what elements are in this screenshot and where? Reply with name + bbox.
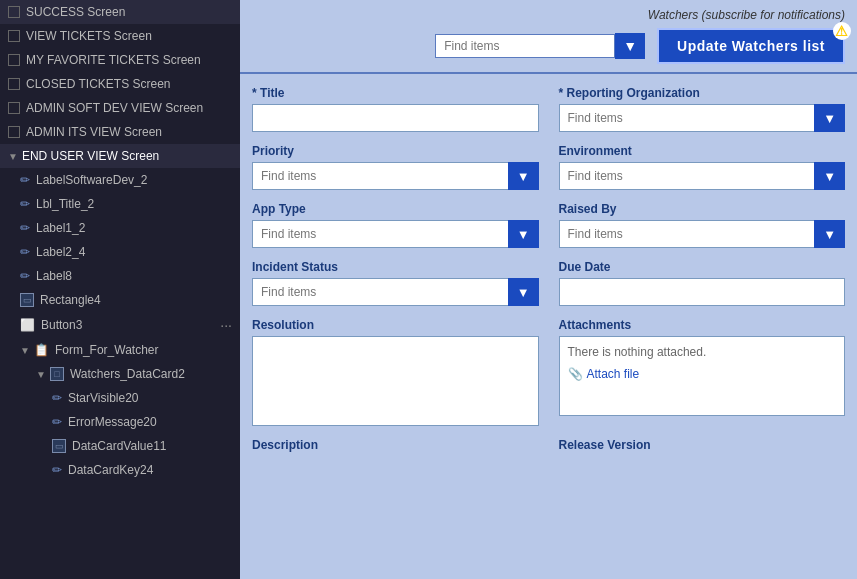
sidebar-item-watchers-datacard[interactable]: ▼ □ Watchers_DataCard2 [0, 362, 240, 386]
watchers-label: Watchers (subscribe for notifications) [648, 8, 845, 22]
raised-by-input[interactable] [559, 220, 815, 248]
form-grid: Title Reporting Organization ▼ Priority … [252, 86, 845, 452]
sidebar-item-label: LabelSoftwareDev_2 [36, 173, 147, 187]
update-watchers-button[interactable]: Update Watchers list [657, 28, 845, 64]
app-type-select-row: ▼ [252, 220, 539, 248]
environment-dropdown-btn[interactable]: ▼ [814, 162, 845, 190]
title-field-group: Title [252, 86, 539, 132]
raised-by-select-row: ▼ [559, 220, 846, 248]
checkbox-icon [8, 102, 20, 114]
sidebar-item-view-tickets[interactable]: VIEW TICKETS Screen [0, 24, 240, 48]
incident-status-select-row: ▼ [252, 278, 539, 306]
button-icon: ⬜ [20, 318, 35, 332]
sidebar-item-label: Form_For_Watcher [55, 343, 159, 357]
sidebar-item-label1[interactable]: ✏ Label1_2 [0, 216, 240, 240]
sidebar-item-label2[interactable]: ✏ Label2_4 [0, 240, 240, 264]
sidebar-item-label: END USER VIEW Screen [22, 149, 159, 163]
sidebar-item-datacardvalue[interactable]: ▭ DataCardValue11 [0, 434, 240, 458]
environment-label: Environment [559, 144, 846, 158]
title-label: Title [252, 86, 539, 100]
form-area: Title Reporting Organization ▼ Priority … [240, 74, 857, 579]
reporting-org-label: Reporting Organization [559, 86, 846, 100]
top-bar: Watchers (subscribe for notifications) ▼… [240, 0, 857, 74]
due-date-label: Due Date [559, 260, 846, 274]
sidebar-item-admin-soft[interactable]: ADMIN SOFT DEV VIEW Screen [0, 96, 240, 120]
expand-icon: ▼ [20, 345, 30, 356]
paperclip-icon: 📎 [568, 367, 583, 381]
description-label: Description [252, 438, 539, 452]
incident-status-field-group: Incident Status ▼ [252, 260, 539, 306]
app-type-input[interactable] [252, 220, 508, 248]
more-options-icon[interactable]: ··· [220, 317, 232, 333]
main-content: Watchers (subscribe for notifications) ▼… [240, 0, 857, 579]
sidebar-item-label: ErrorMessage20 [68, 415, 157, 429]
sidebar-item-label: Label8 [36, 269, 72, 283]
description-field-group: Description [252, 438, 539, 452]
title-input[interactable] [252, 104, 539, 132]
sidebar-item-closed-tickets[interactable]: CLOSED TICKETS Screen [0, 72, 240, 96]
sidebar-item-label: Watchers_DataCard2 [70, 367, 185, 381]
sidebar-item-button3[interactable]: ⬜ Button3 ··· [0, 312, 240, 338]
attach-file-link[interactable]: 📎 Attach file [568, 367, 837, 381]
release-version-label: Release Version [559, 438, 846, 452]
form-icon: 📋 [34, 343, 49, 357]
sidebar-item-lbl-title[interactable]: ✏ Lbl_Title_2 [0, 192, 240, 216]
environment-field-group: Environment ▼ [559, 144, 846, 190]
incident-status-label: Incident Status [252, 260, 539, 274]
sidebar-item-label: ADMIN SOFT DEV VIEW Screen [26, 101, 203, 115]
priority-field-group: Priority ▼ [252, 144, 539, 190]
environment-input[interactable] [559, 162, 815, 190]
sidebar-item-form-watcher[interactable]: ▼ 📋 Form_For_Watcher [0, 338, 240, 362]
attachments-field-group: Attachments There is nothing attached. 📎… [559, 318, 846, 426]
reporting-org-select-row: ▼ [559, 104, 846, 132]
sidebar-item-label: ADMIN ITS VIEW Screen [26, 125, 162, 139]
app-type-label: App Type [252, 202, 539, 216]
sidebar-item-success[interactable]: SUCCESS Screen [0, 0, 240, 24]
sidebar: SUCCESS Screen VIEW TICKETS Screen MY FA… [0, 0, 240, 579]
sidebar-item-label-software[interactable]: ✏ LabelSoftwareDev_2 [0, 168, 240, 192]
checkbox-icon [8, 30, 20, 42]
priority-dropdown-btn[interactable]: ▼ [508, 162, 539, 190]
pencil-icon: ✏ [20, 173, 30, 187]
sidebar-item-errormessage[interactable]: ✏ ErrorMessage20 [0, 410, 240, 434]
due-date-field-group: Due Date [559, 260, 846, 306]
watchers-section: Watchers (subscribe for notifications) ▼… [435, 8, 845, 64]
sidebar-item-admin-its[interactable]: ADMIN ITS VIEW Screen [0, 120, 240, 144]
attachments-box: There is nothing attached. 📎 Attach file [559, 336, 846, 416]
datacard-icon: □ [50, 367, 64, 381]
raised-by-field-group: Raised By ▼ [559, 202, 846, 248]
reporting-org-field-group: Reporting Organization ▼ [559, 86, 846, 132]
sidebar-item-label: MY FAVORITE TICKETS Screen [26, 53, 201, 67]
pencil-icon: ✏ [20, 221, 30, 235]
sidebar-item-rectangle4[interactable]: ▭ Rectangle4 [0, 288, 240, 312]
expand-icon: ▼ [8, 151, 18, 162]
rectangle-icon: ▭ [20, 293, 34, 307]
sidebar-item-label: SUCCESS Screen [26, 5, 125, 19]
watchers-dropdown-row: ▼ [435, 33, 645, 59]
app-type-dropdown-btn[interactable]: ▼ [508, 220, 539, 248]
sidebar-item-end-user[interactable]: ▼ END USER VIEW Screen [0, 144, 240, 168]
incident-status-input[interactable] [252, 278, 508, 306]
incident-status-dropdown-btn[interactable]: ▼ [508, 278, 539, 306]
watchers-dropdown-btn[interactable]: ▼ [615, 33, 645, 59]
sidebar-item-label: StarVisible20 [68, 391, 139, 405]
due-date-input[interactable] [559, 278, 846, 306]
pencil-icon: ✏ [20, 269, 30, 283]
checkbox-icon [8, 6, 20, 18]
watchers-find-input[interactable] [435, 34, 615, 58]
sidebar-item-my-favorite[interactable]: MY FAVORITE TICKETS Screen [0, 48, 240, 72]
pencil-icon: ✏ [52, 391, 62, 405]
resolution-textarea[interactable] [252, 336, 539, 426]
raised-by-dropdown-btn[interactable]: ▼ [814, 220, 845, 248]
sidebar-item-label: DataCardKey24 [68, 463, 153, 477]
reporting-org-input[interactable] [559, 104, 815, 132]
pencil-icon: ✏ [52, 415, 62, 429]
sidebar-item-label: Label1_2 [36, 221, 85, 235]
sidebar-item-label8[interactable]: ✏ Label8 [0, 264, 240, 288]
sidebar-item-datacardkey[interactable]: ✏ DataCardKey24 [0, 458, 240, 482]
priority-input[interactable] [252, 162, 508, 190]
reporting-org-dropdown-btn[interactable]: ▼ [814, 104, 845, 132]
expand-icon: ▼ [36, 369, 46, 380]
sidebar-item-starvisible[interactable]: ✏ StarVisible20 [0, 386, 240, 410]
resolution-field-group: Resolution [252, 318, 539, 426]
